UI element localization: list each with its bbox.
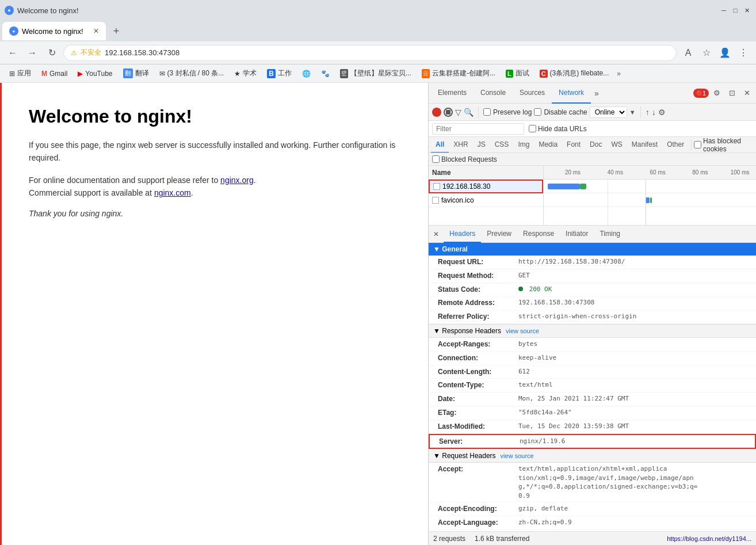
network-settings-icon[interactable]: ⚙ xyxy=(658,108,666,117)
translate-button[interactable]: A xyxy=(680,45,696,61)
profile-button[interactable]: 👤 xyxy=(717,45,733,61)
header-name-method: Request Method: xyxy=(438,271,518,281)
type-tab-js[interactable]: JS xyxy=(473,137,490,153)
address-input[interactable]: ⚠ 不安全 192.168.158.30:47308 xyxy=(63,45,677,61)
reload-button[interactable]: ↻ xyxy=(44,45,60,61)
tab-sources[interactable]: Sources xyxy=(513,83,552,104)
devtools-settings-icon[interactable]: ⚙ xyxy=(710,86,724,100)
throttle-select[interactable]: Online xyxy=(590,106,627,118)
blocked-requests-checkbox[interactable] xyxy=(432,155,440,163)
bookmark-web[interactable]: 🌐 xyxy=(297,68,315,79)
bookmark-paw[interactable]: 🐾 xyxy=(316,68,334,79)
bookmark-apps[interactable]: ⊞ 应用 xyxy=(5,67,36,79)
request-item-favicon[interactable]: favicon.ico xyxy=(429,193,543,207)
type-tab-font[interactable]: Font xyxy=(562,137,585,153)
type-tab-xhr[interactable]: XHR xyxy=(449,137,472,153)
request-name-favicon: favicon.ico xyxy=(441,196,474,204)
mail-icon: ✉ xyxy=(159,70,165,78)
maximize-button[interactable]: □ xyxy=(731,6,740,15)
tab-network[interactable]: Network xyxy=(552,83,591,104)
mark-60ms: 60 ms xyxy=(650,169,666,176)
hide-data-urls-label[interactable]: Hide data URLs xyxy=(529,125,587,133)
blocked-requests-label[interactable]: Blocked Requests xyxy=(432,155,497,163)
bookmark-academic[interactable]: ★ 学术 xyxy=(230,67,261,79)
tab-console[interactable]: Console xyxy=(474,83,513,104)
page-para2: For online documentation and support ple… xyxy=(29,174,399,200)
type-tab-all[interactable]: All xyxy=(431,137,449,153)
disable-cache-checkbox-label[interactable]: Disable cache xyxy=(534,108,587,116)
new-tab-button[interactable]: + xyxy=(108,23,124,39)
search-icon[interactable]: 🔍 xyxy=(464,108,474,117)
response-headers-section-header[interactable]: ▼ Response Headers view source xyxy=(429,324,756,338)
bookmarks-more[interactable]: » xyxy=(614,68,623,79)
devtools-close-icon[interactable]: ✕ xyxy=(740,86,754,100)
hdr-tab-preview[interactable]: Preview xyxy=(481,226,517,243)
has-blocked-cookies-checkbox[interactable] xyxy=(694,141,701,148)
header-accept-language: Accept-Language: zh-CN,zh;q=0.9 xyxy=(429,516,756,530)
hdr-tab-timing[interactable]: Timing xyxy=(594,226,626,243)
headers-area: ✕ Headers Preview Response Initiator Tim… xyxy=(429,226,756,531)
nginx-org-link[interactable]: nginx.org xyxy=(220,176,254,185)
back-button[interactable]: ← xyxy=(5,45,21,61)
header-accept: Accept: text/html,application/xhtml+xml,… xyxy=(429,463,756,502)
tab-elements[interactable]: Elements xyxy=(431,83,474,104)
request-view-source[interactable]: view source xyxy=(501,452,534,459)
hdr-tab-headers[interactable]: Headers xyxy=(444,226,481,243)
hdr-tab-response[interactable]: Response xyxy=(517,226,560,243)
response-view-source[interactable]: view source xyxy=(506,327,539,334)
close-headers-pane[interactable]: ✕ xyxy=(429,230,444,238)
type-tab-manifest[interactable]: Manifest xyxy=(627,137,662,153)
bar-2-blue xyxy=(646,197,650,203)
header-server: Server: nginx/1.19.6 xyxy=(429,434,756,449)
minimize-button[interactable]: ─ xyxy=(719,6,728,15)
type-tab-media[interactable]: Media xyxy=(534,137,562,153)
star-button[interactable]: ☆ xyxy=(698,45,715,61)
hdr-tab-initiator[interactable]: Initiator xyxy=(560,226,594,243)
type-tab-ws[interactable]: WS xyxy=(606,137,627,153)
waterfall-row-2 xyxy=(544,193,756,207)
filter-icon[interactable]: ▽ xyxy=(455,108,461,117)
security-text: 不安全 xyxy=(81,48,101,58)
timeline-header: Name 20 ms 40 ms 60 ms 80 ms 100 ms xyxy=(429,166,756,180)
hide-data-urls-checkbox[interactable] xyxy=(529,125,536,132)
type-tab-other[interactable]: Other xyxy=(662,137,689,153)
general-section-header[interactable]: ▼ General xyxy=(429,243,756,256)
preserve-log-checkbox-label[interactable]: Preserve log xyxy=(483,108,532,116)
forward-button[interactable]: → xyxy=(24,45,40,61)
menu-button[interactable]: ⋮ xyxy=(735,45,751,61)
disable-cache-checkbox[interactable] xyxy=(534,108,541,116)
bookmark-filebate[interactable]: C (3条消息) filebate... xyxy=(535,67,614,79)
para2-dot: . xyxy=(254,176,256,185)
close-button[interactable]: ✕ xyxy=(742,6,751,15)
devtools-more-button[interactable]: » xyxy=(591,89,602,98)
header-status-code: Status Code: 200 OK xyxy=(429,283,756,297)
import-button[interactable]: ↑ xyxy=(646,108,650,117)
stop-record-button[interactable] xyxy=(444,108,453,117)
bookmark-wallpaper[interactable]: 壁 【壁纸】星际宝贝... xyxy=(335,67,416,79)
header-name-request-url: Request URL: xyxy=(438,257,518,267)
record-button[interactable] xyxy=(432,108,441,117)
left-edge-indicator xyxy=(0,83,2,545)
filter-input[interactable] xyxy=(432,123,524,135)
preserve-log-checkbox[interactable] xyxy=(483,108,491,116)
bookmark-translate[interactable]: 翻 翻译 xyxy=(119,67,154,79)
bookmark-youtube[interactable]: ▶ YouTube xyxy=(73,68,117,79)
export-button[interactable]: ↓ xyxy=(652,108,656,117)
nginx-com-link[interactable]: nginx.com xyxy=(154,188,191,197)
type-tab-img[interactable]: Img xyxy=(513,137,534,153)
request-headers-section-header[interactable]: ▼ Request Headers view source xyxy=(429,449,756,463)
bookmark-mail[interactable]: ✉ (3 封私信 / 80 条... xyxy=(155,67,229,79)
bookmark-gmail[interactable]: M Gmail xyxy=(37,68,72,79)
type-tab-doc[interactable]: Doc xyxy=(585,137,606,153)
request-item-nginx[interactable]: 192.168.158.30 xyxy=(429,180,543,193)
active-tab[interactable]: ● Welcome to nginx! ✕ xyxy=(2,22,106,40)
bookmark-work[interactable]: B 工作 xyxy=(262,67,296,79)
tab-title: Welcome to nginx! xyxy=(22,27,87,36)
has-blocked-cookies-label[interactable]: Has blocked cookies xyxy=(694,137,754,153)
status-dot xyxy=(518,287,523,291)
bookmark-cloud[interactable]: 云 云集群搭建-创建阿... xyxy=(417,67,500,79)
type-tab-css[interactable]: CSS xyxy=(490,137,514,153)
devtools-dock-icon[interactable]: ⊡ xyxy=(725,86,739,100)
bookmark-interview[interactable]: L 面试 xyxy=(501,67,534,79)
tab-close-button[interactable]: ✕ xyxy=(93,27,99,35)
